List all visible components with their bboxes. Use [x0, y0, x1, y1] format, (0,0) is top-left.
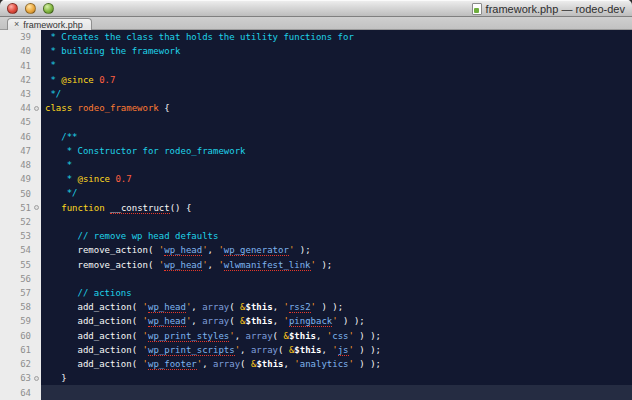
code-line[interactable]: remove_action( 'wp_head', 'wlwmanifest_l…: [41, 258, 632, 272]
gutter-cell: 52: [0, 215, 41, 229]
code-token-kw: function: [61, 203, 104, 213]
code-token-cm: */: [45, 89, 61, 99]
code-line[interactable]: // remove wp head defaults: [41, 229, 632, 243]
gutter-cell: 51: [0, 201, 41, 215]
code-line[interactable]: add_action( 'wp_print_styles', array( &$…: [41, 329, 632, 343]
code-token-pl: remove_action(: [45, 260, 159, 270]
editor-row: 42 * @since 0.7: [0, 73, 632, 87]
code-token-pl: ,: [240, 345, 251, 355]
line-number: 49: [0, 174, 31, 184]
line-number: 41: [0, 61, 31, 71]
code-token-pl: ,: [208, 245, 219, 255]
line-number: 44: [0, 103, 31, 113]
code-token-cm: // actions: [45, 288, 132, 298]
close-window-button[interactable]: [7, 3, 18, 14]
code-token-pl: }: [45, 373, 67, 383]
code-line[interactable]: */: [41, 186, 632, 200]
code-token-pl: ,: [273, 302, 284, 312]
fold-marker-icon[interactable]: [34, 376, 39, 381]
code-line[interactable]: }: [41, 371, 632, 385]
code-line[interactable]: * @since 0.7: [41, 172, 632, 186]
code-token-cm: *: [45, 60, 56, 70]
tab-label: framework.php: [23, 20, 83, 30]
code-line[interactable]: [41, 115, 632, 129]
code-line[interactable]: add_action( 'wp_footer', array( &$this, …: [41, 357, 632, 371]
fold-marker-icon[interactable]: [34, 106, 39, 111]
code-line[interactable]: * Constructor for rodeo_framework: [41, 144, 632, 158]
code-token-pl: add_action(: [45, 316, 143, 326]
gutter-cell: 55: [0, 258, 41, 272]
code-token-pl: (: [240, 359, 251, 369]
code-token-pl: ,: [283, 359, 294, 369]
gutter-cell: 63: [0, 371, 41, 385]
zoom-window-button[interactable]: [43, 3, 54, 14]
code-token-pl: ,: [235, 331, 246, 341]
code-token-cm: * Constructor for rodeo_framework: [45, 146, 245, 156]
code-token-str: wp_print_styles: [148, 331, 229, 342]
code-line[interactable]: * @since 0.7: [41, 73, 632, 87]
code-token-pl: add_action(: [45, 331, 143, 341]
code-editor: 39 * Creates the class that holds the ut…: [0, 30, 632, 400]
code-token-pl: ) );: [354, 331, 381, 341]
editor-row: 43 */: [0, 87, 632, 101]
code-line[interactable]: *: [41, 58, 632, 72]
code-line[interactable]: remove_action( 'wp_head', 'wp_generator'…: [41, 243, 632, 257]
code-token-q: ': [332, 345, 337, 355]
gutter-cell: 44: [0, 101, 41, 115]
code-line[interactable]: * building the framework: [41, 44, 632, 58]
tab-close-icon[interactable]: ×: [14, 20, 19, 29]
code-token-pl: (: [273, 331, 284, 341]
editor-row: 49 * @since 0.7: [0, 172, 632, 186]
tab-framework-php[interactable]: × framework.php: [7, 18, 92, 30]
code-line[interactable]: *: [41, 158, 632, 172]
code-token-var: $this: [294, 345, 321, 355]
code-token-pl: ,: [273, 316, 284, 326]
line-number: 52: [0, 217, 31, 227]
code-line[interactable]: */: [41, 87, 632, 101]
editor-row: 59 add_action( 'wp_head', array( &$this,…: [0, 314, 632, 328]
line-number: 54: [0, 245, 31, 255]
window-title-group: framework.php — rodeo-dev: [472, 2, 625, 15]
code-line[interactable]: [41, 272, 632, 286]
code-token-cm: *: [45, 160, 72, 170]
code-line[interactable]: // actions: [41, 286, 632, 300]
code-line[interactable]: add_action( 'wp_head', array( &$this, 'p…: [41, 314, 632, 328]
code-token-str: pingback: [289, 316, 332, 327]
gutter-cell: 64: [0, 385, 41, 399]
code-line[interactable]: /**: [41, 130, 632, 144]
editor-row: 47 * Constructor for rodeo_framework: [0, 144, 632, 158]
editor-row: 55 remove_action( 'wp_head', 'wlwmanifes…: [0, 258, 632, 272]
code-line[interactable]: add_action( 'wp_head', array( &$this, 'r…: [41, 300, 632, 314]
line-number: 47: [0, 146, 31, 156]
code-line[interactable]: * Creates the class that holds the utili…: [41, 30, 632, 44]
fold-column: [31, 106, 41, 111]
fold-marker-icon[interactable]: [34, 205, 39, 210]
editor-row: 54 remove_action( 'wp_head', 'wp_generat…: [0, 243, 632, 257]
line-number: 43: [0, 89, 31, 99]
line-number: 46: [0, 132, 31, 142]
code-token-var: $this: [256, 359, 283, 369]
code-token-str: rss2: [289, 302, 311, 313]
code-line[interactable]: add_action( 'wp_print_scripts', array( &…: [41, 343, 632, 357]
editor-row: 63 }: [0, 371, 632, 385]
code-token-pl: ,: [202, 359, 213, 369]
gutter-cell: 45: [0, 115, 41, 129]
traffic-lights: [7, 3, 54, 14]
code-token-pl: ,: [191, 316, 202, 326]
code-line[interactable]: function __construct() {: [41, 201, 632, 215]
line-number: 56: [0, 274, 31, 284]
code-line[interactable]: class rodeo_framework {: [41, 101, 632, 115]
code-token-cm: */: [45, 188, 78, 198]
line-number: 42: [0, 75, 31, 85]
editor-row: 50 */: [0, 186, 632, 200]
code-token-num: 0.7: [99, 75, 115, 85]
code-line-current[interactable]: [41, 385, 632, 399]
code-token-cm: * Creates the class that holds the utili…: [45, 32, 354, 42]
code-token-pl: () {: [170, 203, 192, 213]
editor-window: framework.php — rodeo-dev × framework.ph…: [0, 0, 632, 400]
minimize-window-button[interactable]: [25, 3, 36, 14]
line-number: 55: [0, 260, 31, 270]
code-token-str: wp_head: [164, 245, 202, 256]
editor-row: 48 *: [0, 158, 632, 172]
code-line[interactable]: [41, 215, 632, 229]
